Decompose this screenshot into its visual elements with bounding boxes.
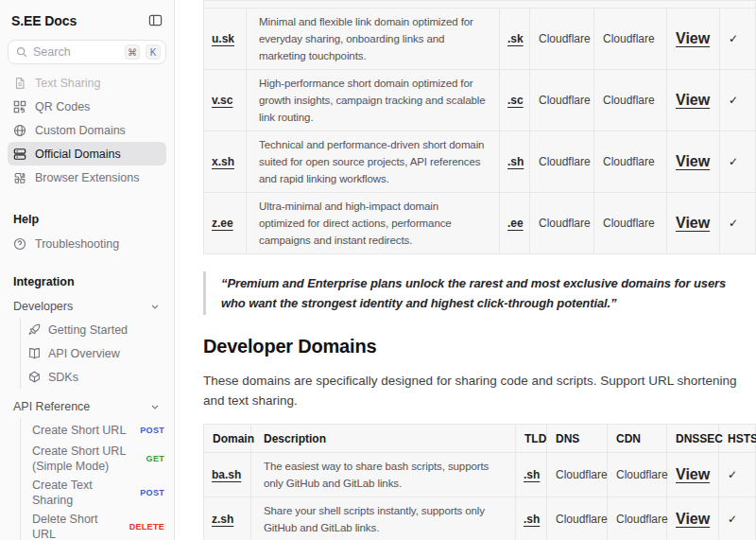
col-header-domain: Domain [204,425,251,453]
chevron-down-icon [149,401,161,412]
dns-cell: Cloudflare [530,131,594,193]
col-header-cdn: CDN [608,425,667,453]
domain-link[interactable]: ba.sh [212,468,241,481]
tld-link[interactable]: .sh [524,513,540,526]
domain-link[interactable]: v.sc [212,94,232,107]
sidebar-item-troubleshooting[interactable]: Troubleshooting [8,232,166,255]
col-header-tld: TLD [516,425,547,453]
rocket-icon [28,323,41,336]
book-open-icon [28,347,41,359]
dns-cell: Cloudflare [530,70,594,131]
view-link[interactable]: View [676,30,710,46]
search-icon [16,46,27,58]
sidebar-item-qr-codes[interactable]: QR Codes [8,95,166,118]
view-link[interactable]: View [676,92,710,108]
sidebar-item-sdks[interactable]: SDKs [24,365,166,389]
cdn-cell: Cloudflare [594,9,667,70]
cube-icon [28,371,41,383]
sidebar-item-delete-short-url[interactable]: Delete Short URL DELETE [24,510,166,540]
sidebar-item-create-text-sharing[interactable]: Create Text Sharing POST [24,476,166,510]
table-row: ba.sh The easiest way to share bash scri… [204,453,756,497]
sidebar-item-create-short-url-simple[interactable]: Create Short URL (Simple Mode) GET [24,442,166,476]
sidebar: S.EE Docs ⌘ K Text Sharing QR Codes Cust… [0,0,175,540]
developer-domains-table: Domain Description TLD DNS CDN DNSSEC HS… [203,424,756,540]
method-badge: GET [146,454,164,463]
sidebar-item-label: Create Short URL [32,423,126,438]
group-api-reference[interactable]: API Reference [8,394,166,418]
qr-code-icon [13,100,26,113]
col-header-hsts: HSTS [719,425,756,453]
table-row: z.ee Ultra-minimal and high-impact domai… [204,193,756,254]
app-title: S.EE Docs [11,13,77,28]
kbd-k: K [146,44,161,60]
view-link[interactable]: View [676,153,710,169]
puzzle-icon [13,171,26,184]
method-badge: POST [140,488,164,497]
sidebar-section-help: Help Troubleshooting [8,213,166,255]
domain-link[interactable]: u.sk [212,32,234,45]
domain-link[interactable]: x.sh [212,155,234,168]
hsts-check-icon: ✓ [720,193,756,254]
domain-description: Ultra-minimal and high-impact domain opt… [247,193,500,254]
method-badge: POST [140,426,164,435]
sidebar-item-label: Create Text Sharing [32,478,134,508]
intro-paragraph: These domains are specifically designed … [203,371,749,410]
hsts-check-icon: ✓ [720,70,756,131]
sidebar-item-label: Official Domains [35,148,121,161]
group-label: Developers [13,300,73,313]
hsts-check-icon: ✓ [720,131,756,193]
group-label: API Reference [13,400,90,413]
section-heading-integration: Integration [8,275,166,288]
document-icon [13,77,26,90]
tld-link[interactable]: .sk [507,32,524,45]
sidebar-item-api-overview[interactable]: API Overview [24,341,166,365]
official-domains-table: u.sk Minimal and flexible link domain op… [203,0,756,254]
sidebar-item-label: Getting Started [48,323,128,337]
search-input[interactable] [33,45,119,59]
kbd-cmd: ⌘ [125,44,140,60]
col-header-dns: DNS [547,425,608,453]
sidebar-item-getting-started[interactable]: Getting Started [24,318,166,341]
sidebar-item-label: QR Codes [35,100,90,113]
cdn-cell: Cloudflare [594,131,667,193]
cdn-cell: Cloudflare [594,193,667,254]
hsts-check-icon: ✓ [720,9,756,70]
group-developers[interactable]: Developers [8,294,166,318]
tld-link[interactable]: .sc [507,94,524,107]
dns-cell: Cloudflare [547,497,608,540]
app-window: S.EE Docs ⌘ K Text Sharing QR Codes Cust… [0,0,756,540]
sidebar-item-label: Custom Domains [35,124,126,137]
cdn-cell: Cloudflare [594,70,667,131]
view-link[interactable]: View [676,215,710,231]
sidebar-toggle-button[interactable] [146,11,164,29]
table-row: u.sk Minimal and flexible link domain op… [204,9,756,70]
api-reference-sublist: Create Short URL POST Create Short URL (… [20,418,166,540]
page-heading: Developer Domains [203,336,756,357]
sidebar-item-label: SDKs [48,371,78,384]
tld-link[interactable]: .ee [507,217,524,230]
domain-link[interactable]: z.sh [212,513,233,526]
search-box[interactable]: ⌘ K [8,40,166,64]
sidebar-item-browser-extensions[interactable]: Browser Extensions [8,165,166,189]
domain-description: Technical and performance-driven short d… [247,131,500,193]
table-header-row: Domain Description TLD DNS CDN DNSSEC HS… [204,425,756,453]
tld-link[interactable]: .sh [524,468,540,481]
sidebar-item-official-domains[interactable]: Official Domains [8,142,166,165]
table-row: x.sh Technical and performance-driven sh… [204,131,756,193]
sidebar-item-label: Delete Short URL [32,512,124,540]
view-link[interactable]: View [676,511,710,527]
dns-cell: Cloudflare [530,193,594,254]
tld-link[interactable]: .sh [507,155,524,168]
view-link[interactable]: View [676,466,710,482]
table-row: z.sh Share your shell scripts instantly,… [204,497,756,540]
sidebar-item-text-sharing[interactable]: Text Sharing [8,71,166,95]
premium-quote: “Premium and Enterprise plans unlock the… [203,271,747,315]
hsts-check-icon: ✓ [719,453,756,497]
domain-link[interactable]: z.ee [212,217,233,230]
developers-sublist: Getting Started API Overview SDKs [20,318,166,389]
sidebar-nav: Text Sharing QR Codes Custom Domains Off… [8,71,166,189]
sidebar-item-custom-domains[interactable]: Custom Domains [8,118,166,142]
col-header-description: Description [251,425,516,453]
domain-description: High-performance short domain optimized … [247,70,500,131]
sidebar-item-create-short-url[interactable]: Create Short URL POST [24,418,166,442]
